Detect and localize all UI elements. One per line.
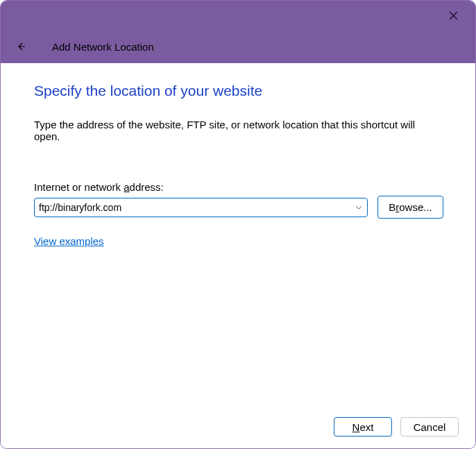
input-row: Browse... [34,196,443,219]
close-icon [449,11,458,20]
arrow-left-icon [15,41,26,52]
content-area: Specify the location of your website Typ… [1,63,475,405]
address-combobox[interactable] [34,198,368,217]
address-input[interactable] [34,198,368,217]
footer: Next Cancel [1,405,475,448]
page-heading: Specify the location of your website [34,83,443,99]
cancel-button[interactable]: Cancel [400,417,459,437]
header-title: Add Network Location [52,41,154,53]
address-label: Internet or network address: [34,181,443,193]
wizard-window: Add Network Location Specify the locatio… [0,0,476,449]
view-examples-link[interactable]: View examples [34,235,104,247]
browse-button[interactable]: Browse... [377,196,443,219]
close-button[interactable] [438,1,468,29]
page-description: Type the address of the website, FTP sit… [34,119,443,142]
back-button[interactable] [13,39,28,54]
header-row: Add Network Location [1,30,475,63]
next-button[interactable]: Next [334,417,392,437]
titlebar [1,1,475,30]
